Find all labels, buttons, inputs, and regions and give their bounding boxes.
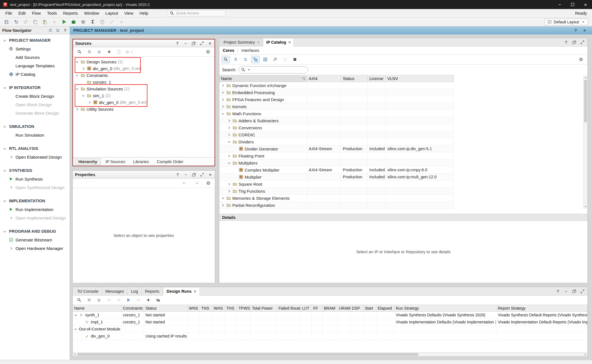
column-header-status[interactable]: Status [341, 75, 368, 82]
scroll-up-icon[interactable] [584, 76, 587, 79]
group-button[interactable] [261, 56, 270, 63]
tree-expander-icon[interactable] [88, 101, 91, 104]
board-button[interactable] [69, 18, 78, 26]
column-header-axi4[interactable]: AXI4 [307, 75, 341, 82]
column-header-lut[interactable]: LUT [301, 305, 312, 311]
column-header-tns[interactable]: TNS [200, 305, 212, 311]
sources-tab-libraries[interactable]: Libraries [130, 159, 153, 165]
ip-row-memories-storage-elements[interactable]: Memories & Storage Elements [219, 195, 454, 202]
flow-item-run-simulation[interactable]: Run Simulation [0, 131, 70, 139]
gear-button[interactable] [577, 56, 585, 63]
menu-flow[interactable]: Flow [29, 11, 44, 15]
play-button[interactable] [124, 296, 133, 304]
tab-project-summary[interactable]: Project Summary× [220, 38, 262, 46]
tree-expander-icon[interactable] [227, 126, 231, 130]
run-button[interactable] [60, 18, 68, 26]
tree-expander-icon[interactable] [75, 107, 79, 111]
flow-item-run-synthesis[interactable]: Run Synthesis [0, 175, 70, 183]
collapse-button[interactable] [48, 28, 53, 33]
column-header-license[interactable]: License [368, 75, 386, 82]
column-header-start[interactable]: Start [363, 305, 376, 311]
source-item-utility-sources[interactable]: Utility Sources [73, 106, 215, 112]
wrench-button[interactable] [271, 56, 279, 63]
menu-help[interactable]: Help [136, 11, 151, 15]
tree-expander-icon[interactable] [227, 140, 231, 144]
column-header-status[interactable]: Status [144, 305, 187, 311]
sources-tab-hierarchy[interactable]: Hierarchy [75, 158, 101, 165]
column-header-failed-routes[interactable]: Failed Routes [277, 305, 301, 311]
scrollbar-thumb[interactable] [584, 80, 587, 122]
question-button[interactable]: ? [564, 40, 568, 45]
gear-button[interactable] [204, 48, 212, 56]
plus-button[interactable]: + [144, 296, 153, 304]
ip-row-cordic[interactable]: CORDIC [219, 131, 454, 138]
column-header-name[interactable]: Name^1 [219, 75, 307, 82]
stop-button[interactable] [291, 56, 299, 63]
float-button[interactable] [572, 40, 576, 45]
column-header-total-power[interactable]: Total Power [251, 305, 277, 311]
percent-button[interactable]: % [154, 296, 162, 304]
maximize-button[interactable] [580, 289, 585, 294]
flow-section-header-rtl-analysis[interactable]: RTL ANALYSIS [0, 144, 70, 153]
tab-tcl-console[interactable]: Tcl Console [74, 287, 102, 295]
expand-button[interactable] [56, 28, 60, 33]
column-header-name[interactable]: Name [73, 305, 122, 311]
question-button[interactable]: ? [175, 41, 180, 46]
tree-expander-icon[interactable] [81, 67, 85, 70]
close-button[interactable]: × [208, 41, 212, 46]
ip-row-adders-subtracters[interactable]: Adders & Subtracters [219, 117, 454, 124]
undo-button[interactable] [12, 18, 20, 26]
tab-close-icon[interactable]: × [257, 40, 259, 45]
tab-close-icon[interactable]: × [194, 289, 196, 294]
maximize-button[interactable] [200, 41, 204, 46]
layout-selector[interactable]: Default Layout [545, 19, 588, 25]
ip-row-conversions[interactable]: Conversions [219, 124, 454, 131]
minimize-button[interactable]: − [183, 41, 188, 46]
expand-button[interactable] [95, 296, 103, 304]
flow-section-header-synthesis[interactable]: SYNTHESIS [0, 166, 70, 175]
question-button[interactable]: ? [556, 289, 560, 294]
run-row-div-gen-0[interactable]: ✓div_gen_0Using cached IP results [73, 333, 587, 340]
ip-row-complex-multiplier[interactable]: Complex MultiplierAXI4-StreamProductionI… [219, 167, 454, 174]
gear-button[interactable] [79, 18, 87, 26]
menu-edit[interactable]: Edit [15, 11, 29, 15]
tree-expander-icon[interactable] [75, 87, 79, 91]
run-row-impl-1[interactable]: impl_1constrs_1Not startedVivado Impleme… [73, 319, 587, 326]
sigma-button[interactable]: Σ [89, 18, 97, 26]
flow-item-create-block-design[interactable]: Create Block Design [0, 92, 70, 100]
minimize-button[interactable]: − [564, 289, 568, 294]
ip-row-multiplier[interactable]: MultiplierProductionIncludedxilinx.com:i… [219, 174, 454, 181]
tree-expander-icon[interactable] [221, 196, 225, 200]
tab-log[interactable]: Log [128, 287, 142, 295]
tree-expander-icon[interactable] [74, 313, 78, 317]
flow-item-open-elaborated-design[interactable]: Open Elaborated Design [0, 153, 70, 161]
scroll-right-icon[interactable] [583, 352, 587, 356]
flow-section-header-simulation[interactable]: SIMULATION [0, 122, 70, 131]
question-button[interactable]: ? [63, 28, 67, 33]
ip-search-input[interactable] [238, 66, 308, 74]
tree-expander-icon[interactable] [227, 119, 231, 123]
ip-row-trig-functions[interactable]: Trig Functions [219, 188, 454, 195]
collapse-button[interactable] [231, 56, 240, 63]
tree-expander-icon[interactable] [227, 154, 231, 158]
maximize-button[interactable] [566, 0, 579, 9]
close-button[interactable]: × [579, 0, 592, 9]
tab-design-runs[interactable]: Design Runs× [163, 287, 200, 296]
column-header-constraints[interactable]: Constraints [122, 305, 144, 311]
flow-item-language-templates[interactable]: Language Templates [0, 61, 70, 70]
menu-file[interactable]: File [2, 11, 15, 15]
source-item-sim-1[interactable]: sim_1(1) [73, 92, 215, 99]
tree-expander-icon[interactable] [75, 74, 79, 77]
ip-row-square-root[interactable]: Square Root [219, 181, 454, 188]
menu-layout[interactable]: Layout [102, 11, 121, 15]
column-header-whs[interactable]: WHS [212, 305, 225, 311]
flow-section-header-ip-integrator[interactable]: IP INTEGRATOR [0, 83, 70, 92]
hierarchy-button[interactable] [251, 56, 260, 63]
menu-reports[interactable]: Reports [60, 11, 81, 15]
column-header-vlnv[interactable]: VLNV [386, 75, 454, 82]
flow-item-open-hardware-manager[interactable]: Open Hardware Manager [0, 244, 70, 252]
report-button[interactable] [98, 18, 107, 26]
question-button[interactable]: ? [175, 172, 180, 177]
flow-item-ip-catalog[interactable]: IP Catalog [0, 70, 70, 78]
collapse-button[interactable] [85, 48, 94, 56]
